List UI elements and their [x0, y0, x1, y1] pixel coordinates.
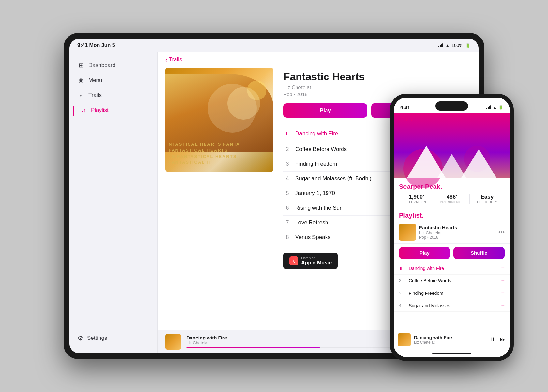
phone-np-title: Dancing with Fire — [414, 335, 486, 340]
tablet-status-right: ▲ 100% 🔋 — [438, 43, 471, 48]
track-7-num: 7 — [283, 220, 291, 226]
dashboard-icon: ⊞ — [77, 62, 84, 69]
phone-battery-icon: 🔋 — [498, 105, 503, 110]
sidebar-item-trails[interactable]: ⟁ Trails — [73, 88, 154, 102]
listen-on-label: Listen on — [301, 256, 332, 260]
tablet-time: 9:41 Mon Jun 5 — [77, 42, 115, 48]
phone-track-3-name: Finding Freedom — [409, 291, 498, 296]
sidebar-label-dashboard: Dashboard — [88, 62, 115, 68]
phone-device: 9:41 ▲ 🔋 ‹ Trails — [390, 94, 514, 361]
difficulty-value: Easy — [470, 194, 505, 200]
back-button[interactable]: ‹ Trails — [165, 56, 182, 63]
phone-signal-icon — [486, 105, 491, 109]
battery-icon: 🔋 — [465, 43, 471, 48]
settings-icon: ⚙ — [77, 334, 83, 342]
wifi-icon: ▲ — [445, 43, 449, 48]
sidebar-nav: ⊞ Dashboard ◉ Menu ⟁ Trails ♫ — [69, 58, 157, 330]
phone-status-bar: 9:41 ▲ 🔋 — [394, 98, 510, 113]
phone-back-chevron-icon: ‹ — [399, 116, 401, 122]
phone-np-controls: ⏸ ⏭ — [490, 336, 506, 343]
phone-track-3-num: 3 — [399, 291, 405, 295]
sidebar-label-trails: Trails — [88, 92, 102, 98]
phone-back-button[interactable]: ‹ Trails — [394, 113, 418, 125]
battery-percentage: 100% — [451, 43, 463, 48]
track-5-num: 5 — [283, 190, 291, 196]
track-6-num: 6 — [283, 205, 291, 211]
now-playing-thumb — [165, 334, 181, 350]
sidebar-item-dashboard[interactable]: ⊞ Dashboard — [73, 58, 154, 72]
phone-shuffle-button[interactable]: Shuffle — [453, 247, 505, 259]
phone-album-artist: Liz Chetelat — [419, 230, 495, 235]
phone-track-2-add[interactable]: + — [501, 277, 505, 284]
phone-album-info: Fantastic Hearts Liz Chetelat Pop • 2018 — [419, 225, 495, 240]
phone-track-2-name: Coffee Before Words — [409, 278, 498, 283]
phone-home-bar — [432, 353, 471, 354]
phone-album-more-button[interactable]: ••• — [498, 229, 505, 236]
phone-album-thumb — [399, 224, 416, 241]
phone-mountains — [394, 133, 510, 178]
phone-wifi-icon: ▲ — [493, 105, 497, 110]
apple-music-text: Listen on Apple Music — [301, 256, 332, 266]
phone-track-4-name: Sugar and Molasses — [409, 303, 498, 308]
apple-music-icon: ♫ — [289, 256, 298, 265]
phone-np-info: Dancing with Fire Liz Chetelat — [414, 335, 486, 345]
sidebar-label-settings: Settings — [87, 335, 107, 341]
mountain-right-icon — [461, 149, 497, 178]
trails-icon: ⟁ — [77, 92, 84, 99]
phone-track-4-add[interactable]: + — [501, 302, 505, 309]
sidebar: ⊞ Dashboard ◉ Menu ⟁ Trails ♫ — [69, 52, 158, 353]
difficulty-label: DIFFICULTY — [470, 200, 505, 204]
progress-fill — [186, 347, 320, 348]
phone-ff-button[interactable]: ⏭ — [500, 336, 506, 343]
album-art: NTASTICAL HEARTS FANTA FANTASTICAL HEART… — [165, 68, 273, 172]
active-indicator — [73, 106, 74, 116]
phone-track-row-4[interactable]: 4 Sugar and Molasses + — [394, 299, 510, 312]
phone-pause-button[interactable]: ⏸ — [490, 336, 495, 343]
sidebar-item-playlist[interactable]: ♫ Playlist — [75, 103, 154, 117]
phone-play-button[interactable]: Play — [399, 247, 450, 259]
back-chevron-icon: ‹ — [165, 56, 168, 63]
album-title: Fantastic Hearts — [283, 71, 471, 83]
phone-hero: ‹ Trails — [394, 113, 510, 178]
apple-music-badge[interactable]: ♫ Listen on Apple Music — [283, 253, 338, 269]
back-label: Trails — [169, 56, 182, 63]
phone-track-1-name: Dancing with Fire — [409, 266, 498, 271]
elevation-value: 1,900' — [399, 194, 434, 200]
sidebar-label-playlist: Playlist — [91, 107, 109, 113]
phone-np-thumb — [398, 333, 411, 346]
signal-bars-icon — [438, 43, 443, 47]
phone-stat-difficulty: Easy DIFFICULTY — [470, 194, 505, 204]
track-1-num: ⏸ — [283, 131, 291, 137]
phone-trail-stats: 1,900' ELEVATION 486' PROMINENCE Easy DI… — [399, 194, 505, 204]
playlist-icon: ♫ — [80, 107, 87, 114]
play-button[interactable]: Play — [283, 103, 367, 118]
album-art-text: NTASTICAL HEARTS FANTA FANTASTICAL HEART… — [169, 142, 270, 165]
phone-np-artist: Liz Chetelat — [414, 340, 486, 345]
track-8-num: 8 — [283, 234, 291, 240]
phone-track-row-3[interactable]: 3 Finding Freedom + — [394, 287, 510, 299]
phone-album-row: Fantastic Hearts Liz Chetelat Pop • 2018… — [394, 221, 510, 244]
sidebar-item-menu[interactable]: ◉ Menu — [73, 73, 154, 87]
phone-track-1-add[interactable]: + — [501, 265, 505, 272]
phone-playlist-header: Playlist. — [394, 208, 510, 221]
sidebar-item-settings[interactable]: ⚙ Settings — [69, 330, 157, 347]
main-header: ‹ Trails — [158, 52, 479, 68]
prominence-label: PROMINENCE — [434, 200, 469, 204]
phone-stat-elevation: 1,900' ELEVATION — [399, 194, 434, 204]
phone-album-title: Fantastic Hearts — [419, 225, 495, 230]
phone-track-row-1[interactable]: ⏸ Dancing with Fire + — [394, 262, 510, 275]
phone-album-meta: Pop • 2018 — [419, 235, 495, 240]
phone-track-row-2[interactable]: 2 Coffee Before Words + — [394, 275, 510, 287]
track-4-num: 4 — [283, 176, 291, 182]
phone-status-icons: ▲ 🔋 — [486, 105, 503, 110]
apple-music-label: Apple Music — [301, 260, 332, 266]
phone-track-2-num: 2 — [399, 278, 405, 283]
phone-track-4-num: 4 — [399, 303, 405, 308]
phone-action-row: Play Shuffle — [394, 244, 510, 262]
phone-track-3-add[interactable]: + — [501, 290, 505, 296]
phone-stat-prominence: 486' PROMINENCE — [434, 194, 469, 204]
phone-screen: 9:41 ▲ 🔋 ‹ Trails — [394, 98, 510, 357]
phone-time: 9:41 — [400, 105, 410, 110]
phone-now-playing-bar: Dancing with Fire Liz Chetelat ⏸ ⏭ — [394, 329, 510, 350]
phone-home-indicator — [394, 350, 510, 357]
